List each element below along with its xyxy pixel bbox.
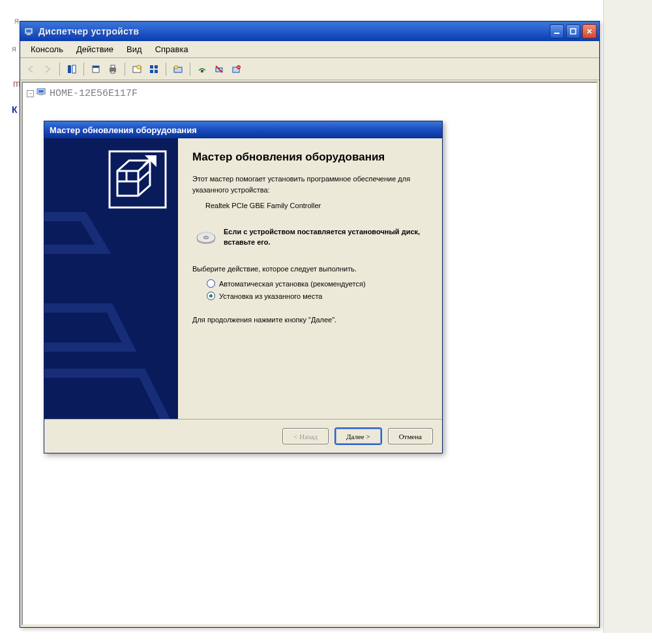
app-icon [24, 26, 35, 37]
nav-forward-button [40, 61, 55, 77]
svg-point-32 [203, 236, 209, 238]
option-manual-install[interactable]: Установка из указанного места [207, 292, 424, 300]
svg-point-13 [137, 65, 141, 69]
dialog-title: Мастер обновления оборудования [50, 125, 197, 135]
separator [125, 63, 125, 76]
wizard-sidebar-image [44, 138, 178, 419]
svg-rect-11 [111, 71, 115, 73]
svg-rect-3 [554, 33, 559, 34]
toolbar-uninstall-button[interactable] [228, 61, 244, 77]
cancel-button[interactable]: Отмена [388, 428, 433, 444]
separator [83, 63, 84, 76]
tree-root-label[interactable]: HOME-12E56E117F [50, 88, 138, 99]
nav-back-button [23, 61, 38, 77]
next-button[interactable]: Далее > [335, 428, 381, 444]
wizard-continue-text: Для продолжения нажмите кнопку "Далее". [192, 314, 424, 326]
menu-view[interactable]: Вид [120, 43, 149, 55]
svg-rect-5 [68, 65, 71, 73]
separator [166, 63, 166, 76]
radio-icon[interactable] [207, 279, 215, 288]
wizard-device-name: Realtek PCIe GBE Family Controller [192, 200, 424, 211]
minimize-button[interactable] [550, 24, 564, 38]
option-auto-label: Автоматическая установка (рекомендуется) [219, 280, 366, 288]
stray-text: я [12, 44, 16, 54]
svg-point-19 [175, 65, 178, 69]
svg-rect-25 [38, 90, 44, 93]
wizard-intro-text: Этот мастер помогает установить программ… [192, 174, 424, 195]
computer-icon [37, 87, 47, 100]
wizard-heading: Мастер обновления оборудования [192, 150, 424, 164]
close-button[interactable] [582, 24, 597, 38]
window-title: Диспетчер устройств [38, 26, 548, 37]
svg-rect-8 [93, 66, 99, 68]
menu-console[interactable]: Консоль [24, 43, 70, 55]
svg-rect-15 [155, 65, 158, 69]
toolbar-properties-button[interactable] [88, 61, 104, 77]
maximize-button[interactable] [566, 24, 580, 38]
wizard-button-bar: < Назад Далее > Отмена [44, 419, 442, 453]
radio-icon[interactable] [207, 292, 215, 300]
toolbar-scan-button[interactable] [129, 61, 145, 77]
svg-rect-1 [26, 29, 31, 33]
toolbar [20, 58, 599, 80]
svg-rect-14 [150, 65, 153, 69]
svg-rect-4 [570, 29, 576, 34]
window-titlebar[interactable]: Диспетчер устройств [20, 22, 599, 41]
toolbar-disable-button[interactable] [211, 61, 227, 77]
option-manual-label: Установка из указанного места [219, 292, 322, 300]
toolbar-view-button[interactable] [146, 61, 162, 77]
wizard-options-group: Автоматическая установка (рекомендуется)… [207, 279, 424, 300]
svg-rect-10 [111, 65, 115, 68]
menu-action[interactable]: Действие [70, 43, 120, 55]
tree-collapse-icon[interactable]: − [27, 90, 34, 97]
toolbar-refresh-button[interactable] [170, 61, 186, 77]
wizard-choose-text: Выберите действие, которое следует выпол… [192, 264, 424, 275]
stray-text: К [12, 104, 18, 115]
svg-rect-2 [27, 34, 31, 35]
hardware-update-wizard-dialog: Мастер обновления оборудования [44, 121, 443, 453]
dialog-titlebar[interactable]: Мастер обновления оборудования [44, 121, 442, 138]
background-panel [603, 0, 652, 633]
wizard-content: Мастер обновления оборудования Этот маст… [178, 138, 442, 419]
toolbar-show-hide-button[interactable] [64, 61, 80, 77]
wizard-cd-hint: Если с устройством поставляется установо… [224, 227, 424, 248]
toolbar-update-driver-button[interactable] [194, 61, 210, 77]
svg-rect-26 [39, 94, 43, 95]
menu-help[interactable]: Справка [149, 43, 195, 55]
stray-text: я [14, 16, 19, 25]
menu-bar: Консоль Действие Вид Справка [20, 41, 599, 58]
svg-rect-17 [155, 70, 158, 73]
svg-rect-16 [150, 70, 153, 73]
svg-rect-6 [72, 65, 76, 73]
separator [190, 63, 190, 76]
svg-rect-20 [201, 70, 203, 72]
option-auto-install[interactable]: Автоматическая установка (рекомендуется) [207, 279, 424, 288]
toolbar-print-button[interactable] [105, 61, 121, 77]
back-button: < Назад [282, 428, 329, 444]
cd-icon [195, 226, 217, 249]
separator [59, 63, 60, 76]
